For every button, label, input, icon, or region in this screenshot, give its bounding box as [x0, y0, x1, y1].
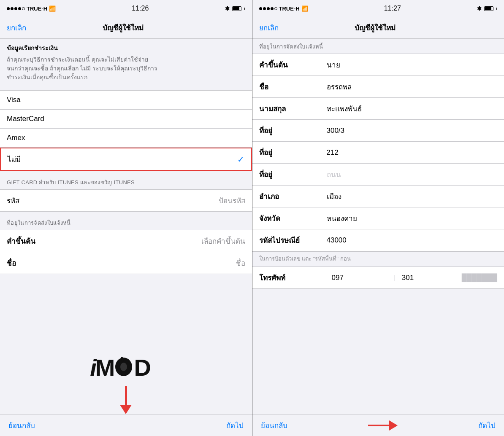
form-label-addr2: ที่อยู่: [259, 147, 327, 158]
none-label: ไม่มี: [8, 153, 21, 165]
phone-label: โทรศัพท์: [259, 272, 327, 283]
right-bluetooth-icon: ✱: [477, 5, 482, 12]
left-panel: TRUE-H 📶 11:26 ✱ ยกเลิก บัญชีผู้ใช้ใหม่ …: [0, 0, 252, 436]
phone-masked: ███████: [462, 274, 497, 282]
right-form-group: คำขึ้นต้น นาย ชื่อ อรรถพล นามสกุล ทะแพงพ…: [252, 54, 504, 252]
form-value-district: เมือง: [327, 191, 498, 202]
right-panel: TRUE-H 📶 11:27 ✱ ยกเลิก บัญชีผู้ใช้ใหม่ …: [252, 0, 504, 436]
left-nav-title: บัญชีผู้ใช้ใหม่: [103, 22, 144, 33]
left-status-right: ✱: [225, 5, 245, 12]
right-battery-icon: [484, 6, 493, 11]
form-value-province: หนองคาย: [327, 213, 498, 224]
signal-dot-2: [11, 7, 14, 10]
form-value-title: นาย: [327, 59, 498, 70]
gift-group: รหัส ป้อนรหัส: [0, 189, 252, 212]
phone-row[interactable]: โทรศัพท์ 097 | 301 ███████: [252, 267, 504, 289]
right-nav-bar: ยกเลิก บัญชีผู้ใช้ใหม่: [252, 17, 504, 39]
signal-dot-3: [14, 7, 17, 10]
title-value: เลือกคำขึ้นต้น: [201, 235, 245, 247]
r-signal-dot-5: [274, 7, 277, 10]
none-row[interactable]: ไม่มี ✓: [0, 148, 252, 171]
form-row-title[interactable]: คำขึ้นต้น นาย: [252, 54, 504, 76]
spacer1: [0, 171, 252, 175]
battery-fill: [233, 7, 239, 10]
r-signal-dot-4: [271, 7, 274, 10]
form-row-postal[interactable]: รหัสไปรษณีย์ 43000: [252, 229, 504, 251]
title-row[interactable]: คำขึ้นต้น เลือกคำขึ้นต้น: [0, 230, 252, 252]
signal-dots: [7, 7, 25, 10]
left-time: 11:26: [132, 5, 149, 12]
phone-value2: 301: [402, 274, 457, 282]
mastercard-row[interactable]: MasterCard: [0, 110, 252, 129]
gift-code-label: รหัส: [7, 195, 19, 206]
visa-row[interactable]: Visa: [0, 91, 252, 110]
name-value: ชื่อ: [236, 257, 245, 269]
form-row-province[interactable]: จังหวัด หนองคาย: [252, 207, 504, 229]
name-label: ชื่อ: [7, 257, 16, 269]
form-label-addr3: ที่อยู่: [259, 169, 327, 180]
r-signal-dot-3: [267, 7, 270, 10]
form-label-addr1: ที่อยู่: [259, 125, 327, 136]
phone-group: โทรศัพท์ 097 | 301 ███████: [252, 266, 504, 289]
right-next-button[interactable]: ถัดไป: [478, 420, 496, 431]
right-status-bar: TRUE-H 📶 11:27 ✱: [252, 0, 504, 17]
form-value-addr3: ถนน: [327, 169, 498, 180]
right-bottom-bar: ย้อนกลับ ถัดไป: [252, 414, 504, 436]
wifi-icon: 📶: [49, 5, 56, 12]
right-signal-dots: [259, 7, 277, 10]
signal-dot-1: [7, 7, 10, 10]
mastercard-label: MasterCard: [7, 115, 44, 123]
amex-row[interactable]: Amex: [0, 129, 252, 148]
r-signal-dot-2: [263, 7, 266, 10]
form-label-title: คำขึ้นต้น: [259, 59, 327, 70]
form-row-lastname[interactable]: นามสกุล ทะแพงพันธ์: [252, 98, 504, 120]
name-row[interactable]: ชื่อ ชื่อ: [0, 252, 252, 274]
right-status-right: ✱: [477, 5, 497, 12]
r-signal-dot-1: [259, 7, 262, 10]
left-back-button[interactable]: ย้อนกลับ: [8, 420, 35, 431]
left-address-section: ที่อยู่ในการจัดส่งใบแจ้งหนี้: [0, 215, 252, 230]
form-label-lastname: นามสกุล: [259, 103, 327, 114]
form-label-province: จังหวัด: [259, 213, 327, 224]
billing-info-title: ข้อมูลเรียกชำระเงิน: [7, 44, 245, 53]
arrow-head-right: [389, 420, 398, 431]
form-row-district[interactable]: อำเภอ เมือง: [252, 186, 504, 207]
left-content: ข้อมูลเรียกชำระเงิน ถ้าคุณระบุวิธีการชำร…: [0, 39, 252, 414]
left-cancel-button[interactable]: ยกเลิก: [7, 22, 26, 33]
billing-info-desc: ถ้าคุณระบุวิธีการชำระเงินตอนนี้ คุณจะไม่…: [7, 55, 245, 82]
right-back-button[interactable]: ย้อนกลับ: [261, 420, 287, 431]
right-content: ที่อยู่ในการจัดส่งใบแจ้งหนี้ คำขึ้นต้น น…: [252, 39, 504, 414]
form-value-firstname: อรรถพล: [327, 81, 498, 92]
battery-tip: [244, 8, 245, 10]
left-status-left: TRUE-H 📶: [7, 5, 56, 12]
form-value-addr1: 300/3: [327, 126, 498, 135]
title-label: คำขึ้นต้น: [7, 235, 35, 247]
bottom-spacer: [0, 274, 252, 299]
signal-dot-4: [18, 7, 21, 10]
form-value-addr2: 212: [327, 148, 498, 157]
left-bottom-bar: ย้อนกลับ ถัดไป: [0, 414, 252, 436]
phone-separator: |: [393, 274, 395, 282]
form-row-firstname[interactable]: ชื่อ อรรถพล: [252, 76, 504, 98]
form-row-addr1[interactable]: ที่อยู่ 300/3: [252, 120, 504, 142]
right-address-section: ที่อยู่ในการจัดส่งใบแจ้งหนี้: [252, 39, 504, 54]
form-label-district: อำเภอ: [259, 191, 327, 202]
right-carrier-label: TRUE-H: [279, 5, 300, 12]
right-status-left: TRUE-H 📶: [259, 5, 308, 12]
battery-icon: [232, 6, 241, 11]
billing-info-block: ข้อมูลเรียกชำระเงิน ถ้าคุณระบุวิธีการชำร…: [0, 39, 252, 87]
right-cancel-button[interactable]: ยกเลิก: [259, 22, 279, 33]
carrier-label: TRUE-H: [27, 5, 47, 12]
form-value-postal: 43000: [327, 236, 498, 245]
form-row-addr3[interactable]: ที่อยู่ ถนน: [252, 164, 504, 186]
right-next-area: [368, 420, 398, 431]
right-wifi-icon: 📶: [301, 5, 308, 12]
right-battery-fill: [485, 7, 491, 10]
form-row-addr2[interactable]: ที่อยู่ 212: [252, 142, 504, 164]
payment-options-group: Visa MasterCard Amex ไม่มี ✓: [0, 90, 252, 171]
left-nav-bar: ยกเลิก บัญชีผู้ใช้ใหม่: [0, 17, 252, 39]
gift-code-row[interactable]: รหัส ป้อนรหัส: [0, 190, 252, 211]
signal-dot-5: [22, 7, 25, 10]
gift-section-label: GIFT CARD สำหรับ ITUNES และของขวัญ ITUNE…: [0, 175, 252, 189]
left-next-button[interactable]: ถัดไป: [226, 420, 244, 431]
